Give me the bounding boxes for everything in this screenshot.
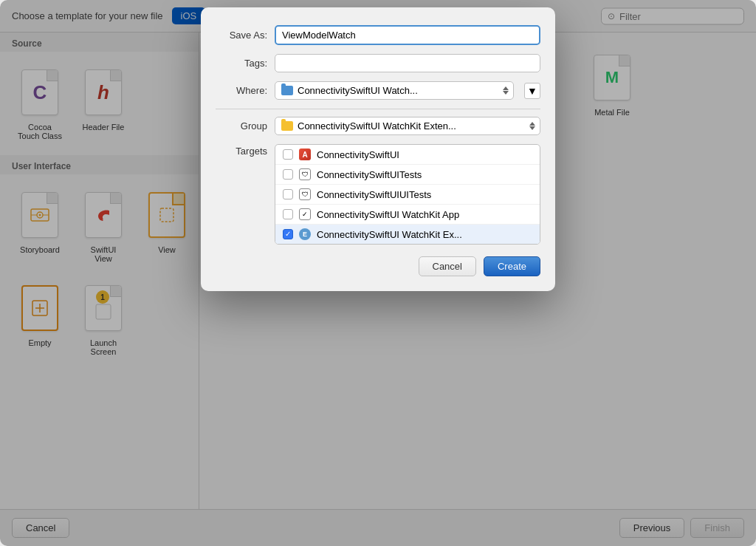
target-checkbox-connectivity[interactable] bbox=[283, 149, 293, 160]
target-label-watchkit-app: ConnectivitySwiftUI WatchKit App bbox=[317, 209, 459, 220]
tags-label: Tags: bbox=[216, 58, 267, 69]
where-label: Where: bbox=[216, 85, 267, 96]
dialog-overlay: Save As: Tags: Where: ConnectivitySwiftU… bbox=[0, 0, 756, 546]
dialog-buttons: Cancel Create bbox=[216, 256, 540, 276]
target-checkbox-watchkit-app[interactable] bbox=[283, 209, 293, 219]
where-value: ConnectivitySwiftUI Watch... bbox=[298, 85, 418, 96]
targets-list: A ConnectivitySwiftUI 🛡 ConnectivitySwif… bbox=[275, 144, 540, 245]
group-folder-icon bbox=[281, 121, 293, 131]
tags-input[interactable] bbox=[275, 54, 540, 72]
target-item-watchkit-ext[interactable]: E ConnectivitySwiftUI WatchKit Ex... bbox=[275, 225, 540, 244]
group-value: ConnectivitySwiftUI WatchKit Exten... bbox=[298, 120, 456, 132]
group-stepper[interactable] bbox=[529, 122, 535, 130]
dialog-create-button[interactable]: Create bbox=[484, 256, 540, 276]
target-item-watchkit-app[interactable]: ✓ ConnectivitySwiftUI WatchKit App bbox=[275, 205, 540, 225]
target-icon-e: E bbox=[299, 228, 311, 240]
target-checkbox-watchkit-ext[interactable] bbox=[283, 229, 293, 239]
target-label-tests: ConnectivitySwiftUITests bbox=[317, 169, 422, 180]
group-label: Group bbox=[216, 120, 267, 132]
targets-label: Targets bbox=[216, 144, 267, 245]
target-icon-shield1: 🛡 bbox=[299, 168, 311, 180]
target-icon-watch: ✓ bbox=[299, 208, 311, 220]
where-select[interactable]: ConnectivitySwiftUI Watch... bbox=[275, 81, 514, 100]
target-checkbox-tests[interactable] bbox=[283, 169, 293, 180]
where-expand[interactable]: ▼ bbox=[524, 83, 540, 99]
main-window: Choose a template for your new file iOS … bbox=[0, 0, 756, 546]
target-item-tests[interactable]: 🛡 ConnectivitySwiftUITests bbox=[275, 165, 540, 185]
target-label-connectivity: ConnectivitySwiftUI bbox=[317, 149, 399, 160]
where-stepper[interactable] bbox=[503, 86, 509, 95]
group-select[interactable]: ConnectivitySwiftUI WatchKit Exten... bbox=[275, 117, 540, 135]
target-item-connectivity[interactable]: A ConnectivitySwiftUI bbox=[275, 145, 540, 165]
save-as-row: Save As: bbox=[216, 25, 540, 45]
save-as-input[interactable] bbox=[275, 25, 540, 45]
targets-section: Targets A ConnectivitySwiftUI 🛡 Connecti… bbox=[216, 144, 540, 245]
target-label-watchkit-ext: ConnectivitySwiftUI WatchKit Ex... bbox=[317, 229, 462, 240]
group-row: Group ConnectivitySwiftUI WatchKit Exten… bbox=[216, 117, 540, 135]
target-checkbox-uitests[interactable] bbox=[283, 189, 293, 199]
target-item-uitests[interactable]: 🛡 ConnectivitySwiftUIUITests bbox=[275, 185, 540, 205]
tags-row: Tags: bbox=[216, 54, 540, 72]
save-dialog: Save As: Tags: Where: ConnectivitySwiftU… bbox=[201, 7, 555, 291]
target-icon-a: A bbox=[299, 149, 311, 160]
save-as-label: Save As: bbox=[216, 30, 267, 41]
target-label-uitests: ConnectivitySwiftUIUITests bbox=[317, 189, 431, 200]
target-icon-shield2: 🛡 bbox=[299, 188, 311, 200]
where-row: Where: ConnectivitySwiftUI Watch... bbox=[216, 81, 540, 100]
dialog-cancel-button[interactable]: Cancel bbox=[419, 256, 476, 276]
